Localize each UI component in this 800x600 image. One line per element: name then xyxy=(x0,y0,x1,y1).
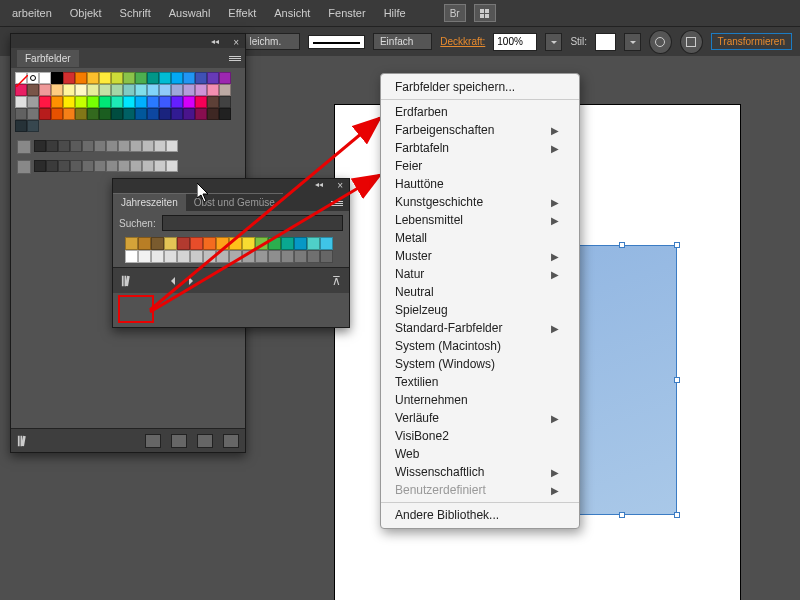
swatch[interactable] xyxy=(135,84,147,96)
swatch[interactable] xyxy=(183,72,195,84)
swatch[interactable] xyxy=(203,250,216,263)
swatch[interactable] xyxy=(159,84,171,96)
menu-item[interactable]: Standard-Farbfelder▶ xyxy=(381,319,579,337)
menu-item[interactable]: Web xyxy=(381,445,579,463)
swatch[interactable] xyxy=(34,160,46,172)
swatch-none[interactable] xyxy=(15,72,27,84)
swatch[interactable] xyxy=(195,96,207,108)
swatch[interactable] xyxy=(70,160,82,172)
swatch[interactable] xyxy=(142,140,154,152)
menu-item[interactable]: Erdfarben xyxy=(381,103,579,121)
swatch[interactable] xyxy=(219,84,231,96)
swatch[interactable] xyxy=(135,108,147,120)
panel-menu-icon[interactable] xyxy=(229,56,241,66)
swatch[interactable] xyxy=(87,96,99,108)
swatch[interactable] xyxy=(216,237,229,250)
menu-item[interactable]: Feier xyxy=(381,157,579,175)
swatch[interactable] xyxy=(27,120,39,132)
menu-item[interactable]: Natur▶ xyxy=(381,265,579,283)
transform-button[interactable]: Transformieren xyxy=(711,33,792,50)
swatch[interactable] xyxy=(216,250,229,263)
swatch[interactable] xyxy=(46,140,58,152)
swatch[interactable] xyxy=(147,72,159,84)
swatch[interactable] xyxy=(39,108,51,120)
collapse-icon[interactable]: ◂◂ xyxy=(211,37,219,46)
swatch[interactable] xyxy=(82,160,94,172)
selected-rectangle[interactable] xyxy=(567,245,677,515)
swatch[interactable] xyxy=(320,250,333,263)
menu-item[interactable]: VisiBone2 xyxy=(381,427,579,445)
close-icon[interactable]: × xyxy=(233,37,239,48)
swatch[interactable] xyxy=(307,237,320,250)
swatch[interactable] xyxy=(154,140,166,152)
menu-effect[interactable]: Effekt xyxy=(220,3,264,23)
next-library-icon[interactable] xyxy=(189,277,197,285)
swatch[interactable] xyxy=(94,140,106,152)
swatch[interactable] xyxy=(207,84,219,96)
swatch[interactable] xyxy=(82,140,94,152)
swatch[interactable] xyxy=(183,96,195,108)
swatch[interactable] xyxy=(135,72,147,84)
sel-handle[interactable] xyxy=(619,512,625,518)
sel-handle[interactable] xyxy=(674,242,680,248)
sel-handle[interactable] xyxy=(674,512,680,518)
swatch[interactable] xyxy=(99,108,111,120)
swatch[interactable] xyxy=(123,108,135,120)
swatch-group-icon[interactable] xyxy=(17,140,31,154)
swatch[interactable] xyxy=(207,96,219,108)
swatch[interactable] xyxy=(51,72,63,84)
swatch[interactable] xyxy=(51,84,63,96)
swatch[interactable] xyxy=(99,72,111,84)
tab-seasons[interactable]: Jahreszeiten xyxy=(113,193,186,211)
swatch[interactable] xyxy=(39,72,51,84)
swatch[interactable] xyxy=(87,84,99,96)
sel-handle[interactable] xyxy=(619,242,625,248)
swatch[interactable] xyxy=(106,160,118,172)
panel-tab-swatches[interactable]: Farbfelder xyxy=(17,50,79,67)
menu-help[interactable]: Hilfe xyxy=(376,3,414,23)
swatch[interactable] xyxy=(142,160,154,172)
swatch[interactable] xyxy=(151,250,164,263)
menu-item[interactable]: System (Windows) xyxy=(381,355,579,373)
swatch[interactable] xyxy=(255,237,268,250)
swatch[interactable] xyxy=(39,96,51,108)
delete-swatch-icon[interactable] xyxy=(223,434,239,448)
new-group-icon[interactable] xyxy=(171,434,187,448)
swatch[interactable] xyxy=(46,160,58,172)
opacity-input[interactable] xyxy=(493,33,537,51)
swatch[interactable] xyxy=(125,250,138,263)
menu-item[interactable]: Kunstgeschichte▶ xyxy=(381,193,579,211)
swatch[interactable] xyxy=(154,160,166,172)
menu-item-other-library[interactable]: Andere Bibliothek... xyxy=(381,506,579,524)
swatch[interactable] xyxy=(203,237,216,250)
menu-item[interactable]: Textilien xyxy=(381,373,579,391)
swatch[interactable] xyxy=(294,237,307,250)
search-input[interactable] xyxy=(162,215,343,231)
swatch[interactable] xyxy=(195,72,207,84)
menu-item[interactable]: Wissenschaftlich▶ xyxy=(381,463,579,481)
swatch[interactable] xyxy=(171,96,183,108)
swatch[interactable] xyxy=(123,96,135,108)
swatch[interactable] xyxy=(164,237,177,250)
swatch[interactable] xyxy=(27,96,39,108)
menu-edit[interactable]: arbeiten xyxy=(4,3,60,23)
swatch-group-icon[interactable] xyxy=(17,160,31,174)
swatch[interactable] xyxy=(51,108,63,120)
menu-item[interactable]: Metall xyxy=(381,229,579,247)
swatch[interactable] xyxy=(166,160,178,172)
swatch[interactable] xyxy=(151,237,164,250)
swatch[interactable] xyxy=(130,160,142,172)
swatch[interactable] xyxy=(111,72,123,84)
stroke-preview[interactable] xyxy=(308,35,365,49)
swatch[interactable] xyxy=(75,72,87,84)
swatch[interactable] xyxy=(99,84,111,96)
swatch[interactable] xyxy=(229,250,242,263)
swatch[interactable] xyxy=(118,160,130,172)
swatch[interactable] xyxy=(123,84,135,96)
style-dropdown[interactable] xyxy=(624,33,641,51)
menu-window[interactable]: Fenster xyxy=(320,3,373,23)
panel-menu-icon[interactable] xyxy=(331,201,343,211)
add-to-swatches-icon[interactable]: ⊼ xyxy=(332,274,341,288)
swatch[interactable] xyxy=(281,237,294,250)
swatch[interactable] xyxy=(147,96,159,108)
